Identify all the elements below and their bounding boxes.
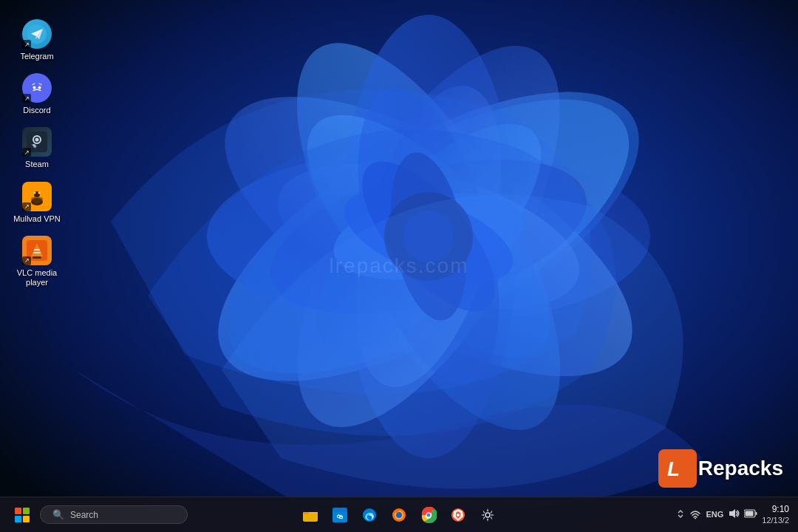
svg-point-30: [34, 191, 36, 194]
taskbar-firefox[interactable]: [386, 502, 412, 528]
battery-icon[interactable]: [744, 508, 757, 521]
lrepacks-name: Repacks: [698, 457, 783, 480]
taskbar-ms-store[interactable]: 🛍: [327, 502, 353, 528]
search-label: Search: [70, 510, 98, 520]
svg-text:🛍: 🛍: [337, 514, 343, 520]
lrepacks-bracket: L: [658, 449, 697, 488]
svg-point-24: [38, 86, 41, 89]
taskbar-edge[interactable]: [356, 502, 383, 528]
svg-point-53: [695, 517, 696, 519]
telegram-icon: ↗: [22, 19, 52, 49]
mullvad-shortcut-arrow: ↗: [22, 202, 31, 211]
svg-rect-56: [746, 511, 754, 516]
taskbar: 🔍 Search 🛍: [0, 497, 798, 532]
svg-rect-41: [332, 508, 347, 512]
search-icon: 🔍: [52, 509, 64, 520]
lrepacks-logo: L Repacks: [658, 449, 783, 488]
watermark-text: lrepacks.com: [330, 254, 469, 278]
telegram-shortcut-arrow: ↗: [22, 40, 31, 49]
taskbar-left: 🔍 Search: [9, 502, 297, 528]
system-tray: ENG 9:10 12/13/2: [676, 504, 789, 526]
clock-time: 9:10: [762, 504, 789, 516]
discord-label: Discord: [23, 106, 50, 115]
taskbar-center-icons: 🛍: [297, 502, 501, 528]
search-bar[interactable]: 🔍 Search: [40, 505, 188, 524]
svg-point-52: [485, 513, 490, 517]
svg-rect-39: [303, 512, 309, 514]
desktop-icon-vlc[interactable]: ↗ VLC media player: [7, 231, 66, 292]
taskbar-chrome[interactable]: [415, 502, 442, 528]
desktop-icon-telegram[interactable]: ↗ Telegram: [7, 15, 66, 66]
start-button[interactable]: [9, 502, 35, 528]
vlc-shortcut-arrow: ↗: [22, 256, 31, 265]
discord-icon: ↗: [22, 73, 52, 103]
desktop-icon-steam[interactable]: ↗ Steam: [7, 123, 66, 174]
win-pane-red: [15, 508, 21, 514]
svg-marker-54: [729, 509, 735, 518]
vlc-icon-img: ↗: [22, 236, 52, 265]
desktop-icon-mullvad[interactable]: ↗ Mullvad VPN: [7, 177, 66, 228]
taskbar-file-explorer[interactable]: [297, 502, 324, 528]
desktop-icons-container: ↗ Telegram ↗ Discord: [0, 7, 74, 299]
volume-icon[interactable]: [728, 508, 740, 522]
telegram-label: Telegram: [20, 52, 53, 61]
network-icon[interactable]: [689, 508, 701, 522]
svg-point-51: [457, 514, 460, 516]
svg-point-46: [396, 512, 402, 518]
svg-point-27: [35, 138, 39, 142]
desktop-icon-discord[interactable]: ↗ Discord: [7, 69, 66, 120]
system-clock[interactable]: 9:10 12/13/2: [762, 504, 789, 526]
svg-rect-57: [756, 512, 757, 515]
clock-date: 12/13/2: [762, 515, 789, 525]
windows-logo: [15, 508, 30, 522]
mullvad-icon-img: ↗: [22, 182, 52, 211]
steam-icon-img: ↗: [22, 127, 52, 157]
win-pane-yellow: [23, 516, 30, 522]
svg-rect-35: [33, 256, 41, 259]
steam-shortcut-arrow: ↗: [22, 148, 31, 157]
win-pane-blue: [15, 516, 21, 522]
steam-label: Steam: [25, 160, 49, 169]
tray-overflow-button[interactable]: [676, 509, 685, 519]
svg-point-23: [33, 86, 36, 89]
svg-point-49: [427, 513, 431, 516]
language-indicator[interactable]: ENG: [706, 510, 723, 519]
taskbar-brave[interactable]: [445, 502, 471, 528]
mullvad-label: Mullvad VPN: [13, 214, 61, 224]
taskbar-right: ENG 9:10 12/13/2: [501, 504, 789, 526]
vlc-label: VLC media player: [10, 268, 64, 287]
taskbar-settings[interactable]: [474, 502, 501, 528]
discord-shortcut-arrow: ↗: [22, 94, 31, 103]
svg-point-31: [38, 191, 41, 194]
win-pane-green: [23, 508, 30, 514]
svg-text:L: L: [667, 457, 680, 480]
